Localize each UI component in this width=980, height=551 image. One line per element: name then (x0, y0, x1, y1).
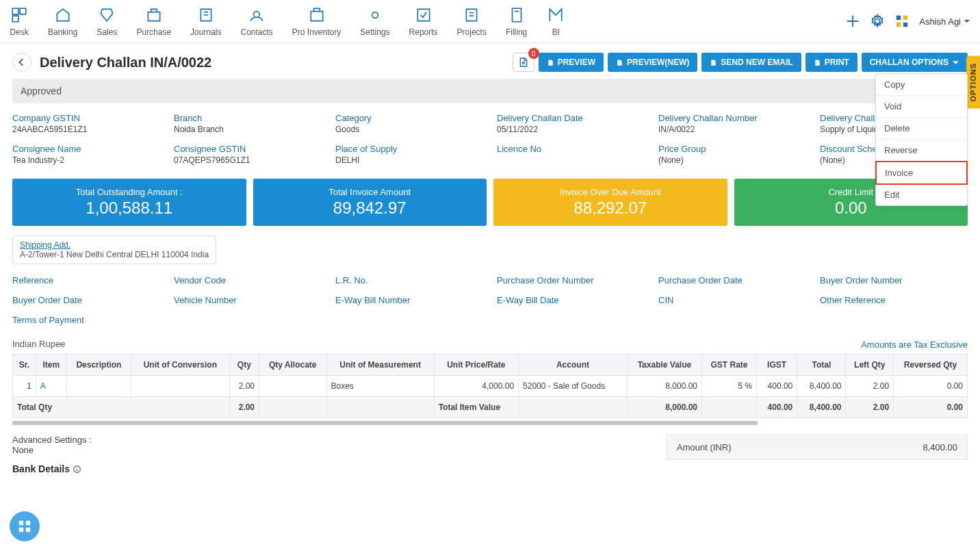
preview-button[interactable]: PREVIEW (539, 53, 604, 72)
svg-rect-3 (903, 23, 907, 27)
options-tab[interactable]: OPTIONS (966, 56, 980, 109)
col-header: GST Rate (702, 355, 757, 376)
col-header: Reversed Qty (894, 355, 968, 376)
col-header: Unit Price/Rate (434, 355, 518, 376)
items-table: Sr.ItemDescriptionUnit of ConversionQtyQ… (12, 354, 968, 418)
menu-edit[interactable]: Edit (876, 184, 967, 205)
nav-filling[interactable]: Filling (506, 5, 527, 37)
col-header: Item (36, 355, 66, 376)
ref-other-reference: Other Reference (820, 295, 968, 305)
shipping-label: Shipping Add. (20, 240, 209, 250)
meta-company-gstin: Company GSTIN24AABCA5951E1Z1 (12, 113, 160, 134)
col-header: Sr. (13, 355, 36, 376)
ref-e-way-bill-number: E-Way Bill Number (335, 295, 483, 305)
ref-vehicle-number: Vehicle Number (174, 295, 322, 305)
ref-purchase-order-date: Purchase Order Date (658, 275, 806, 285)
gear-icon[interactable] (870, 14, 885, 29)
user-menu[interactable]: Ashish Agi (919, 16, 970, 27)
shipping-address[interactable]: Shipping Add. A-2/Tower-1 New Delhi Cent… (12, 235, 216, 264)
svg-rect-1 (903, 16, 907, 20)
menu-invoice[interactable]: Invoice (875, 161, 968, 185)
meta-branch: BranchNoida Branch (174, 113, 322, 134)
apps-icon[interactable] (894, 14, 910, 29)
ref-terms-of-payment: Terms of Payment (12, 315, 160, 325)
bank-details-heading: Bank Details (12, 463, 92, 474)
page-title: Delivery Challan IN/A/0022 (40, 55, 211, 71)
ref-vendor-code: Vendor Code (174, 275, 322, 285)
col-header: Unit of Measurement (326, 355, 434, 376)
svg-rect-2 (897, 23, 901, 27)
col-header: Left Qty (846, 355, 894, 376)
challan-options-menu: CopyVoidDeleteReverseInvoiceEdit (875, 73, 968, 206)
col-header: Qty (229, 355, 259, 376)
item-link[interactable]: A (40, 381, 46, 391)
ref-purchase-order-number: Purchase Order Number (497, 275, 645, 285)
kpi-card: Total Outstanding Amount :1,00,588.11 (12, 179, 246, 226)
col-header: Taxable Value (627, 355, 701, 376)
ref-l-r--no-: L.R. No. (335, 275, 483, 285)
menu-reverse[interactable]: Reverse (876, 140, 967, 162)
ref-reference: Reference (12, 275, 160, 285)
col-header: Description (66, 355, 131, 376)
nav-sales[interactable]: Sales (96, 5, 117, 37)
attachments-button[interactable]: 0 (513, 53, 534, 72)
menu-void[interactable]: Void (876, 96, 967, 118)
nav-settings[interactable]: Settings (360, 5, 389, 37)
ref-e-way-bill-date: E-Way Bill Date (497, 295, 645, 305)
col-header: Unit of Conversion (131, 355, 230, 376)
col-header: Total (797, 355, 846, 376)
meta-place-of-supply: Place of SupplyDELHI (335, 144, 483, 165)
nav-desk[interactable]: Desk (10, 5, 29, 37)
add-icon[interactable] (845, 14, 860, 29)
print-button[interactable]: PRINT (805, 53, 858, 72)
meta-price-group: Price Group(None) (658, 144, 806, 165)
amount-summary: Amount (INR)8,400.00 (667, 435, 968, 460)
tax-note: Amounts are Tax Exclusive (12, 339, 968, 350)
ref-buyer-order-date: Buyer Order Date (12, 295, 160, 305)
meta-consignee-name: Consignee NameTea Industry-2 (12, 144, 160, 165)
challan-options-button[interactable]: CHALLAN OPTIONS (862, 53, 968, 72)
table-footer: Total Qty 2.00 Total Item Value 8,000.00… (13, 397, 968, 418)
status-badge: Approved (12, 79, 968, 103)
nav-banking[interactable]: Banking (48, 5, 77, 37)
preview-new-button[interactable]: PREVIEW(NEW) (608, 53, 697, 72)
kpi-card: Total Invoice Amount89,842.97 (253, 179, 487, 226)
meta-consignee-gstin: Consignee GSTIN07AQEPS7965G1Z1 (174, 144, 322, 165)
nav-reports[interactable]: Reports (409, 5, 438, 37)
col-header: Qty Allocate (259, 355, 327, 376)
nav-bi[interactable]: BI (546, 5, 565, 37)
col-header: Account (519, 355, 628, 376)
nav-projects[interactable]: Projects (457, 5, 487, 37)
nav-pro-inventory[interactable]: Pro Inventory (292, 5, 341, 37)
meta-delivery-challan-date: Delivery Challan Date05/11/2022 (497, 113, 645, 134)
send-email-button[interactable]: SEND NEW EMAIL (701, 53, 801, 72)
shipping-value: A-2/Tower-1 New Delhi Central DELHI 1100… (20, 250, 209, 259)
badge-count: 0 (528, 48, 539, 59)
back-button[interactable] (12, 53, 31, 72)
menu-delete[interactable]: Delete (876, 118, 967, 140)
nav-purchase[interactable]: Purchase (136, 5, 171, 37)
nav-contacts[interactable]: Contacts (240, 5, 272, 37)
table-row: 1 A 2.00 Boxes 4,000.00 52000 - Sale of … (13, 376, 968, 397)
meta-category: CategoryGoods (335, 113, 483, 134)
info-icon (73, 465, 81, 474)
advanced-settings: Advanced Settings :None (12, 435, 92, 455)
svg-rect-0 (897, 16, 901, 20)
user-name: Ashish Agi (919, 16, 961, 27)
top-nav: DeskBankingSalesPurchaseJournalsContacts… (0, 0, 980, 43)
ref-buyer-order-number: Buyer Order Number (820, 275, 968, 285)
menu-copy[interactable]: Copy (876, 74, 967, 96)
col-header: IGST (756, 355, 797, 376)
kpi-card: Invoice Over Due Amount88,292.07 (493, 179, 727, 226)
meta-delivery-challan-number: Delivery Challan NumberIN/A/0022 (658, 113, 806, 134)
meta-licence-no: Licence No (497, 144, 645, 165)
ref-cin: CIN (658, 295, 806, 305)
nav-journals[interactable]: Journals (190, 5, 221, 37)
